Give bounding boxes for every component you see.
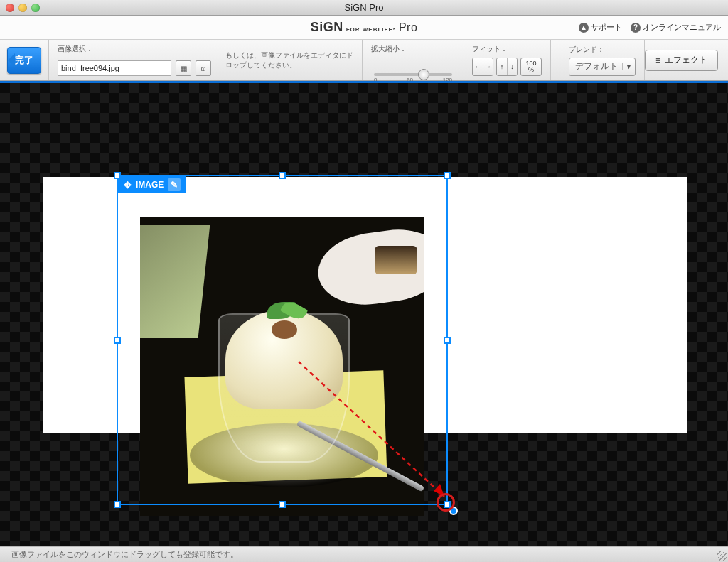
drag-annotation (299, 362, 462, 518)
status-text: 画像ファイルをこのウィンドウにドラッグしても登録可能です。 (11, 549, 238, 560)
image-tag-label: IMAGE (136, 180, 164, 190)
support-link[interactable]: ▲ サポート (579, 22, 622, 33)
clear-icon: ⦻ (200, 65, 207, 72)
logo-tagline: FOR WEBLiFE* (346, 26, 396, 33)
brand-bar: SiGN FOR WEBLiFE* Pro ▲ サポート ? オンラインマニュア… (0, 16, 728, 40)
app-logo: SiGN FOR WEBLiFE* Pro (311, 20, 418, 35)
arrow-right-icon: → (483, 58, 493, 75)
image-icon: ▦ (181, 65, 187, 72)
move-icon: ✥ (124, 180, 132, 190)
canvas-area[interactable]: ✥ IMAGE ✎ (0, 81, 728, 546)
resize-handle-bm[interactable] (279, 501, 286, 508)
target-ring-annotation (437, 493, 455, 512)
image-tag[interactable]: ✥ IMAGE ✎ (118, 176, 186, 193)
resize-handle-tr[interactable] (444, 172, 451, 179)
drop-hint-text: もしくは、画像ファイルをエディタにドロップしてください。 (220, 40, 362, 80)
arrow-left-icon: ← (473, 58, 483, 75)
blend-group: ブレンド： デフォルト ▼ (560, 40, 644, 80)
svg-line-0 (299, 362, 444, 497)
chevron-down-icon: ▼ (622, 63, 632, 70)
resize-handle-ml[interactable] (114, 337, 121, 344)
fit-group: フィット： ← → ↑ ↓ 100 % (464, 40, 550, 80)
manual-link[interactable]: ? オンラインマニュアル (631, 22, 721, 33)
arrow-up-icon: ↑ (497, 58, 507, 75)
blend-value: デフォルト (575, 60, 618, 72)
zoom-label: 拡大縮小： (371, 44, 455, 54)
done-button[interactable]: 完了 (7, 47, 41, 74)
zoom-slider[interactable]: 0 60 120 (374, 73, 452, 76)
person-icon: ▲ (579, 23, 589, 33)
logo-text: SiGN (311, 20, 343, 35)
support-label: サポート (591, 22, 622, 33)
resize-handle-bl[interactable] (114, 501, 121, 508)
image-select-label: 画像選択： (58, 44, 211, 54)
fit-label: フィット： (472, 44, 542, 54)
reset-zoom-button[interactable]: 100 % (520, 58, 542, 76)
fit-vertical-button[interactable]: ↑ ↓ (496, 58, 518, 76)
zoom-group: 拡大縮小： 0 60 120 (363, 40, 464, 80)
resize-handle-tm[interactable] (279, 172, 286, 179)
help-icon: ? (631, 23, 641, 33)
edit-icon[interactable]: ✎ (168, 178, 181, 191)
toolbar: 完了 画像選択： ▦ ⦻ もしくは、画像ファイルをエディタにドロップしてください… (0, 40, 728, 81)
effect-label: エフェクト (665, 54, 707, 66)
window-title: SiGN Pro (0, 2, 728, 13)
blend-label: ブレンド： (569, 45, 636, 55)
fit-horizontal-button[interactable]: ← → (472, 58, 493, 76)
image-select-group: 画像選択： ▦ ⦻ (49, 40, 220, 80)
window-titlebar: SiGN Pro (0, 0, 728, 16)
clear-image-button[interactable]: ⦻ (196, 60, 211, 76)
arrow-down-icon: ↓ (507, 58, 517, 75)
blend-select[interactable]: デフォルト ▼ (569, 58, 636, 76)
resize-grip-icon[interactable] (717, 551, 727, 561)
browse-image-button[interactable]: ▦ (176, 60, 191, 76)
image-filename-input[interactable] (58, 60, 171, 76)
resize-handle-mr[interactable] (444, 337, 451, 344)
logo-suffix: Pro (399, 21, 417, 34)
status-bar: 画像ファイルをこのウィンドウにドラッグしても登録可能です。 (0, 546, 728, 562)
sliders-icon: ≡ (655, 55, 660, 65)
resize-handle-tl[interactable] (114, 172, 121, 179)
manual-label: オンラインマニュアル (643, 22, 721, 33)
effect-button[interactable]: ≡ エフェクト (645, 50, 718, 71)
